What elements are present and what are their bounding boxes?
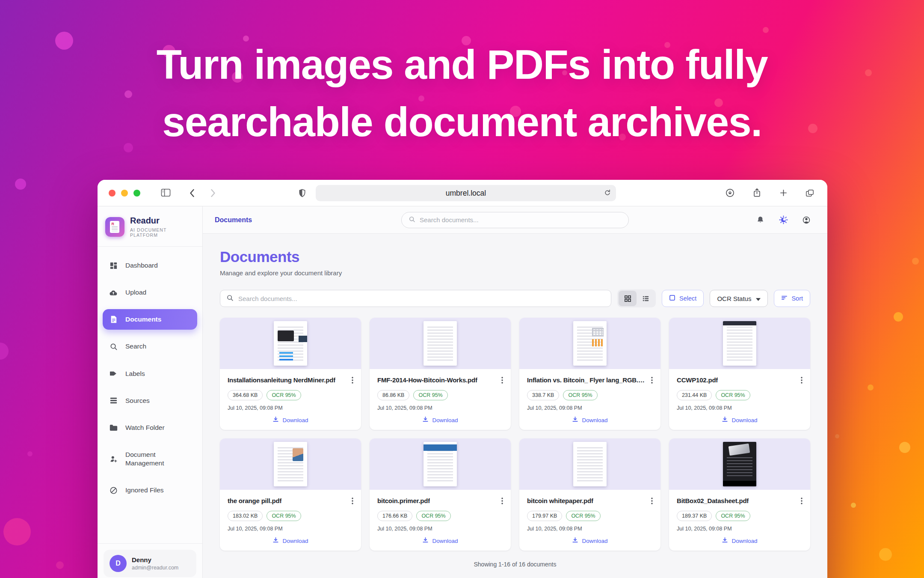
sidebar-item-sources[interactable]: Sources	[103, 390, 197, 411]
sort-button[interactable]: Sort	[774, 290, 810, 307]
kebab-menu-icon[interactable]	[352, 376, 353, 385]
forward-button[interactable]	[210, 189, 216, 197]
kebab-menu-icon[interactable]	[501, 376, 503, 385]
chevron-down-icon	[756, 295, 761, 302]
user-card[interactable]: D Denny admin@readur.com	[104, 550, 196, 577]
downloads-icon[interactable]	[726, 188, 734, 197]
sidebar-item-search[interactable]: Search	[103, 336, 197, 357]
sidebar-item-document-management[interactable]: Document Management	[103, 444, 197, 474]
sidebar-item-label: Dashboard	[125, 261, 158, 270]
file-size-badge: 179.97 KB	[527, 511, 562, 521]
ocr-status-badge: OCR 95%	[716, 390, 750, 400]
theme-toggle-button[interactable]	[774, 211, 792, 229]
download-link[interactable]: Download	[677, 537, 803, 545]
download-icon	[722, 537, 728, 545]
kebab-menu-icon[interactable]	[651, 376, 653, 385]
document-card[interactable]: the orange pill.pdf 183.02 KB OCR 95% Ju…	[220, 438, 361, 551]
sidebar-item-watch-folder[interactable]: Watch Folder	[103, 417, 197, 438]
download-link[interactable]: Download	[377, 416, 503, 424]
notifications-button[interactable]	[751, 211, 769, 229]
document-card[interactable]: FMF-2014-How-Bitcoin-Works.pdf 86.86 KB …	[370, 318, 511, 430]
ocr-status-badge: OCR 95%	[563, 390, 597, 400]
share-icon[interactable]	[753, 188, 761, 198]
kebab-menu-icon[interactable]	[501, 497, 503, 506]
document-name: CCWP102.pdf	[677, 376, 718, 384]
sidebar: R Readur AI DOCUMENT PLATFORM Dashboard …	[98, 206, 203, 578]
minimize-window-button[interactable]	[121, 190, 128, 197]
document-card[interactable]: bitcoin whitepaper.pdf 179.97 KB OCR 95%…	[519, 438, 660, 551]
document-card[interactable]: CCWP102.pdf 231.44 KB OCR 95% Jul 10, 20…	[669, 318, 810, 430]
kebab-menu-icon[interactable]	[352, 497, 353, 506]
ocr-status-label: OCR Status	[717, 295, 751, 302]
download-link[interactable]: Download	[527, 537, 653, 545]
breadcrumb[interactable]: Documents	[215, 216, 252, 224]
document-date: Jul 10, 2025, 09:08 PM	[527, 526, 653, 532]
kebab-menu-icon[interactable]	[801, 376, 803, 385]
document-name: Inflation vs. Bitcoin_ Flyer lang_RGB.pd…	[527, 376, 648, 384]
sidebar-item-upload[interactable]: Upload	[103, 282, 197, 303]
documents-search[interactable]	[220, 290, 611, 307]
document-date: Jul 10, 2025, 09:08 PM	[677, 526, 803, 532]
privacy-shield-icon[interactable]	[299, 188, 306, 198]
download-icon	[422, 537, 429, 545]
bg-dot	[27, 451, 33, 456]
document-card[interactable]: Inflation vs. Bitcoin_ Flyer lang_RGB.pd…	[519, 318, 660, 430]
document-icon	[109, 315, 118, 324]
document-card-body: bitcoin.primer.pdf 176.66 KB OCR 95% Jul…	[370, 490, 511, 551]
logo-letter: R	[111, 222, 114, 226]
document-card[interactable]: Installationsanleitung NerdMiner.pdf 364…	[220, 318, 361, 430]
document-date: Jul 10, 2025, 09:08 PM	[677, 405, 803, 411]
document-card-body: bitcoin whitepaper.pdf 179.97 KB OCR 95%…	[519, 490, 660, 551]
download-link[interactable]: Download	[228, 537, 353, 545]
account-button[interactable]	[797, 211, 815, 229]
bg-dot	[15, 179, 26, 190]
back-button[interactable]	[189, 189, 195, 197]
sidebar-item-documents[interactable]: Documents	[103, 309, 197, 330]
document-card-body: Installationsanleitung NerdMiner.pdf 364…	[220, 369, 361, 430]
content-area: Documents Manage and explore your docume…	[203, 234, 827, 578]
topbar-search[interactable]	[401, 212, 629, 228]
document-preview	[573, 321, 607, 366]
download-link[interactable]: Download	[228, 416, 353, 424]
download-link[interactable]: Download	[377, 537, 503, 545]
sidebar-item-label: Labels	[125, 369, 145, 378]
hero-headline: Turn images and PDFs into fully searchab…	[0, 36, 924, 151]
tab-overview-icon[interactable]	[806, 189, 814, 197]
document-card[interactable]: bitcoin.primer.pdf 176.66 KB OCR 95% Jul…	[370, 438, 511, 551]
document-date: Jul 10, 2025, 09:08 PM	[228, 405, 353, 411]
sidebar-item-labels[interactable]: Labels	[103, 363, 197, 384]
close-window-button[interactable]	[109, 190, 116, 197]
reload-icon[interactable]	[604, 189, 611, 198]
tag-icon	[109, 370, 118, 377]
address-bar[interactable]: umbrel.local	[316, 185, 616, 201]
grid-view-button[interactable]	[619, 291, 637, 306]
document-card[interactable]: BitBox02_Datasheet.pdf 189.37 KB OCR 95%…	[669, 438, 810, 551]
search-icon	[409, 216, 415, 224]
bg-dot	[879, 548, 892, 561]
document-card-body: Inflation vs. Bitcoin_ Flyer lang_RGB.pd…	[519, 369, 660, 430]
document-preview	[573, 442, 607, 486]
view-toggle	[617, 289, 656, 307]
ocr-status-dropdown[interactable]: OCR Status	[710, 290, 768, 307]
sidebar-user-section: D Denny admin@readur.com	[98, 543, 202, 578]
documents-search-input[interactable]	[238, 295, 605, 302]
kebab-menu-icon[interactable]	[801, 497, 803, 506]
select-button[interactable]: Select	[662, 290, 704, 307]
sidebar-item-ignored-files[interactable]: Ignored Files	[103, 480, 197, 501]
download-link[interactable]: Download	[527, 416, 653, 424]
document-card-body: CCWP102.pdf 231.44 KB OCR 95% Jul 10, 20…	[669, 369, 810, 430]
topbar-search-input[interactable]	[420, 216, 622, 223]
ocr-status-badge: OCR 95%	[416, 511, 450, 521]
list-view-button[interactable]	[637, 291, 654, 306]
download-link[interactable]: Download	[677, 416, 803, 424]
document-date: Jul 10, 2025, 09:08 PM	[377, 405, 503, 411]
zoom-window-button[interactable]	[133, 190, 140, 197]
new-tab-icon[interactable]	[780, 189, 787, 197]
user-gear-icon	[109, 455, 118, 463]
page-subtitle: Manage and explore your document library	[220, 269, 810, 277]
brand-name: Readur	[130, 216, 195, 226]
dashboard-icon	[109, 262, 118, 270]
kebab-menu-icon[interactable]	[651, 497, 653, 506]
sidebar-toggle-icon[interactable]	[161, 188, 171, 197]
sidebar-item-dashboard[interactable]: Dashboard	[103, 255, 197, 276]
